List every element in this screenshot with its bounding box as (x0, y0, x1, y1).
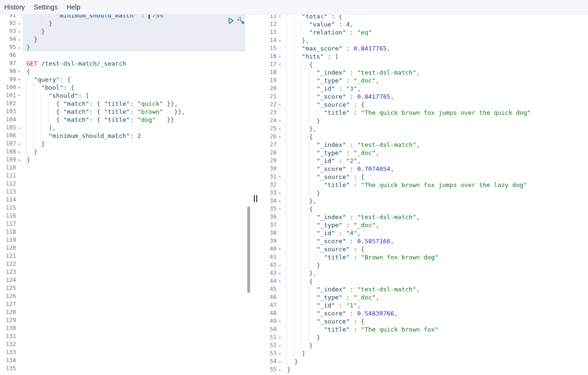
fold-toggle-icon[interactable]: ▴ (277, 261, 283, 269)
fold-toggle-icon[interactable]: ▴ (277, 358, 283, 366)
indent-guide (26, 15, 34, 19)
indent-guide (294, 117, 302, 125)
indent-guide (294, 245, 302, 253)
token-p: , (376, 294, 379, 301)
fold-toggle-icon[interactable]: ▴ (16, 156, 23, 164)
fold-toggle-icon[interactable]: ▴ (16, 43, 23, 51)
gutter-cell: 36 (260, 213, 283, 221)
indent-guide (294, 197, 302, 205)
gutter-cell: 96 (0, 51, 23, 60)
token-p: } (317, 117, 320, 124)
indent-guide (309, 229, 317, 237)
line-number: 95 (0, 43, 16, 51)
indent-guide (41, 19, 49, 27)
fold-toggle-icon[interactable]: ▴ (16, 27, 23, 35)
wrench-icon[interactable] (237, 17, 245, 25)
token-p: : (346, 286, 357, 293)
token-p: , (357, 302, 361, 309)
code-line: 102 { "match": { "title": "quick" }}, (0, 100, 255, 108)
code-line: 135 (0, 365, 255, 373)
fold-toggle-icon[interactable]: ▴ (277, 333, 283, 341)
fold-toggle-icon[interactable]: ▴ (277, 197, 283, 205)
fold-toggle-icon[interactable]: ▴ (277, 341, 283, 349)
send-request-play-icon[interactable] (227, 17, 235, 25)
menu-history[interactable]: History (4, 3, 25, 11)
indent-guide (286, 341, 294, 349)
token-k: "match" (63, 108, 89, 115)
fold-toggle-icon (16, 252, 23, 260)
gutter-cell: 45 (260, 285, 283, 293)
fold-toggle-icon[interactable]: ▴ (277, 269, 283, 277)
fold-toggle-icon[interactable]: ▴ (277, 36, 283, 44)
line-number: 92 (0, 19, 16, 27)
editor-vertical-scrollbar-thumb[interactable] (247, 206, 250, 293)
fold-toggle-icon[interactable]: ▾ (277, 205, 283, 213)
fold-toggle-icon[interactable]: ▾ (277, 317, 283, 325)
gutter-cell: 39 (260, 237, 283, 245)
request-editor[interactable]: 91 "minimum_should_match" : "75%"92▴ }93… (0, 15, 255, 375)
line-number: 102 (0, 100, 16, 108)
fold-toggle-icon[interactable]: ▾ (277, 245, 283, 253)
fold-toggle-icon[interactable]: ▾ (277, 15, 283, 20)
fold-toggle-icon[interactable]: ▾ (277, 277, 283, 285)
line-content: "_score" : 0.7074054, (283, 165, 588, 173)
indent-guide (286, 301, 294, 309)
fold-toggle-icon[interactable]: ▾ (16, 68, 23, 76)
fold-toggle-icon[interactable]: ▾ (277, 101, 283, 109)
fold-toggle-icon[interactable]: ▴ (277, 125, 283, 133)
token-k: "query" (34, 76, 60, 83)
line-number: 93 (0, 27, 16, 35)
token-p: , (386, 45, 390, 52)
line-number: 12 (260, 20, 277, 28)
menu-settings[interactable]: Settings (34, 3, 58, 11)
line-content: { (283, 277, 588, 285)
indent-guide (294, 237, 302, 245)
fold-toggle-icon[interactable]: ▴ (16, 124, 23, 132)
line-content (23, 341, 255, 349)
fold-toggle-icon[interactable]: ▴ (16, 140, 23, 148)
token-p: : (350, 326, 361, 333)
line-content (23, 260, 255, 268)
fold-toggle-icon[interactable]: ▴ (16, 148, 23, 156)
fold-toggle-icon (277, 149, 283, 157)
indent-guide (294, 341, 302, 349)
menu-help[interactable]: Help (67, 3, 80, 11)
request-editor-lines: 91 "minimum_should_match" : "75%"92▴ }93… (0, 15, 255, 373)
fold-toggle-icon[interactable]: ▾ (16, 76, 23, 84)
fold-toggle-icon[interactable]: ▾ (277, 60, 283, 68)
fold-toggle-icon[interactable]: ▾ (277, 52, 283, 60)
code-line: 97GET /test-dsl-match/_search (0, 60, 255, 68)
line-number: 32 (260, 181, 277, 189)
indent-guide (309, 181, 317, 189)
response-viewer[interactable]: 11▾ "total" : {12 "value" : 4,13 "relati… (255, 15, 588, 375)
line-number: 126 (0, 292, 16, 300)
fold-toggle-icon[interactable]: ▾ (16, 84, 23, 92)
fold-toggle-icon[interactable]: ▾ (277, 133, 283, 141)
indent-guide (309, 213, 317, 221)
indent-guide (286, 261, 294, 269)
indent-guide (294, 93, 302, 101)
pane-resize-handle[interactable] (254, 195, 257, 202)
line-number: 98 (0, 68, 16, 76)
fold-toggle-icon (277, 44, 283, 52)
fold-toggle-icon[interactable]: ▴ (277, 189, 283, 197)
fold-toggle-icon[interactable]: ▴ (277, 366, 283, 374)
token-p: : (346, 69, 357, 76)
fold-toggle-icon[interactable]: ▾ (277, 173, 283, 181)
line-number: 47 (260, 301, 277, 309)
fold-toggle-icon[interactable]: ▾ (16, 92, 23, 100)
gutter-cell: 93▴ (0, 27, 23, 35)
fold-toggle-icon[interactable]: ▴ (277, 349, 283, 358)
token-k: "_source" (317, 101, 350, 108)
gutter-cell: 117 (0, 220, 23, 228)
indent-guide (294, 301, 302, 309)
fold-toggle-icon (16, 300, 23, 308)
fold-toggle-icon[interactable]: ▴ (16, 35, 23, 43)
line-number: 52 (260, 341, 277, 349)
fold-toggle-icon (16, 228, 23, 236)
line-content: "minimum_should_match" : "75%" (23, 15, 255, 19)
fold-toggle-icon[interactable]: ▴ (16, 19, 23, 27)
fold-toggle-icon (277, 93, 283, 101)
fold-toggle-icon[interactable]: ▴ (277, 117, 283, 125)
gutter-cell: 47 (260, 301, 283, 309)
